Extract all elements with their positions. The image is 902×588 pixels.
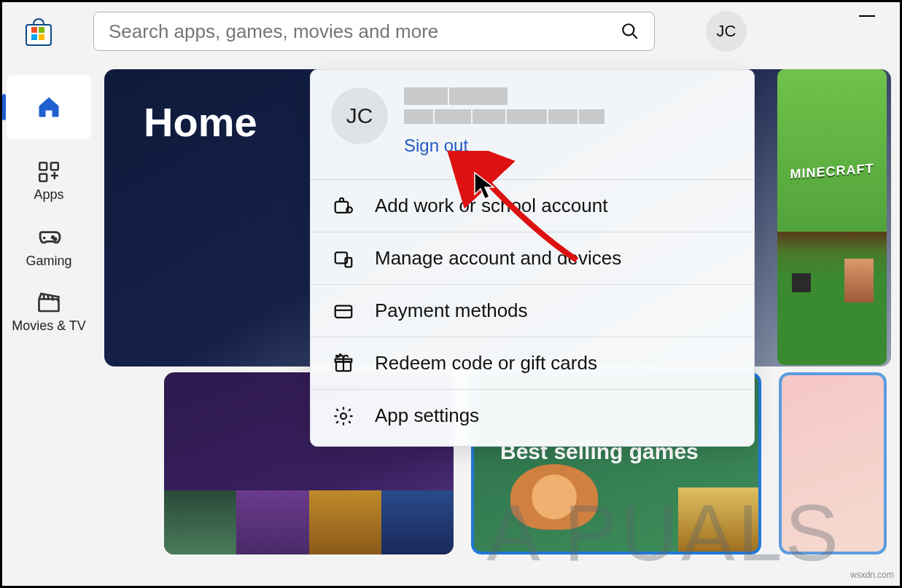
nav-movies-label: Movies & TV bbox=[12, 318, 86, 334]
nav-gaming[interactable]: Gaming bbox=[2, 223, 96, 269]
svg-rect-2 bbox=[39, 162, 47, 170]
flyout-user-block: Sign out bbox=[404, 87, 734, 156]
svg-point-21 bbox=[341, 413, 346, 419]
search-input[interactable] bbox=[109, 20, 621, 43]
user-email-redacted bbox=[404, 109, 734, 124]
devices-icon bbox=[333, 248, 354, 270]
nav-gaming-label: Gaming bbox=[26, 254, 71, 269]
home-icon bbox=[36, 94, 62, 120]
title-bar: JC bbox=[2, 2, 900, 60]
svg-point-19 bbox=[336, 355, 338, 357]
menu-app-settings[interactable]: App settings bbox=[311, 389, 754, 442]
gear-icon bbox=[333, 405, 354, 427]
flyout-menu: Add work or school account Manage accoun… bbox=[311, 180, 754, 446]
svg-point-0 bbox=[623, 24, 634, 35]
menu-redeem-code[interactable]: Redeem code or gift cards bbox=[311, 337, 754, 389]
user-avatar-button[interactable]: JC bbox=[706, 11, 747, 52]
watermark: A PUALS bbox=[486, 486, 841, 579]
clapper-icon bbox=[36, 289, 62, 315]
menu-label: App settings bbox=[375, 404, 479, 427]
menu-add-work-school[interactable]: Add work or school account bbox=[311, 180, 754, 232]
flyout-avatar: JC bbox=[331, 87, 388, 144]
nav-movies[interactable]: Movies & TV bbox=[2, 289, 96, 334]
search-bar[interactable] bbox=[93, 12, 655, 51]
menu-manage-account[interactable]: Manage account and devices bbox=[311, 232, 754, 284]
search-icon[interactable] bbox=[621, 22, 639, 41]
svg-rect-14 bbox=[335, 305, 352, 317]
briefcase-person-icon bbox=[333, 195, 354, 217]
account-flyout: JC Sign out Add work or school account bbox=[310, 69, 755, 447]
nav-apps[interactable]: Apps bbox=[2, 160, 96, 203]
sign-out-link[interactable]: Sign out bbox=[404, 136, 468, 156]
nav-sidebar: Apps Gaming Movies & TV bbox=[2, 60, 96, 586]
nav-apps-label: Apps bbox=[34, 187, 63, 203]
apps-icon bbox=[36, 160, 61, 184]
svg-rect-9 bbox=[39, 299, 59, 312]
minimize-button[interactable] bbox=[859, 15, 875, 17]
store-logo-icon bbox=[24, 17, 53, 46]
svg-point-8 bbox=[54, 238, 56, 240]
svg-point-11 bbox=[346, 207, 352, 213]
svg-point-7 bbox=[52, 237, 54, 239]
flyout-header: JC Sign out bbox=[311, 70, 754, 170]
featured-minecraft-tile[interactable]: MINECRAFT bbox=[777, 69, 887, 365]
svg-rect-3 bbox=[51, 162, 58, 170]
menu-label: Redeem code or gift cards bbox=[375, 352, 597, 375]
watermark-source: wsxdn.com bbox=[850, 570, 894, 580]
credit-card-icon bbox=[333, 300, 354, 322]
nav-home[interactable] bbox=[7, 75, 91, 139]
gamepad-icon bbox=[35, 223, 63, 251]
microsoft-store-window: JC Apps Gaming Movies & TV bbox=[0, 0, 902, 588]
menu-label: Payment methods bbox=[375, 299, 528, 322]
menu-payment-methods[interactable]: Payment methods bbox=[311, 284, 754, 337]
gift-icon bbox=[333, 353, 354, 375]
menu-label: Add work or school account bbox=[375, 195, 607, 217]
svg-point-20 bbox=[340, 354, 341, 356]
menu-label: Manage account and devices bbox=[375, 247, 621, 270]
svg-rect-4 bbox=[39, 174, 47, 181]
svg-line-1 bbox=[632, 34, 637, 39]
user-name-redacted bbox=[404, 87, 734, 105]
